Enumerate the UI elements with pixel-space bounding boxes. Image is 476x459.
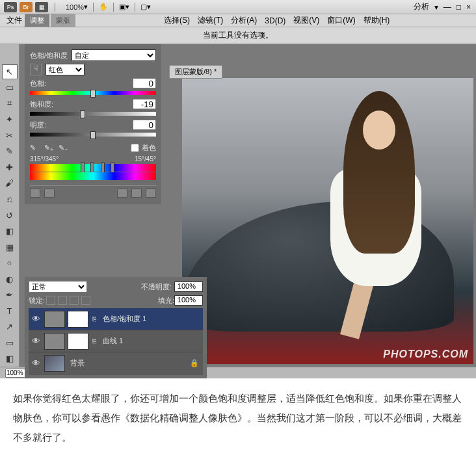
menu-file[interactable]: 文件 bbox=[7, 15, 22, 26]
lock-image-icon[interactable] bbox=[58, 296, 67, 305]
reset-icon[interactable] bbox=[131, 189, 142, 198]
layer-name[interactable]: 曲线 1 bbox=[103, 336, 123, 346]
screen-icon[interactable]: ▢▾ bbox=[140, 3, 151, 11]
adj-thumb[interactable] bbox=[44, 333, 65, 350]
workspace-analysis[interactable]: 分析 bbox=[414, 1, 429, 12]
lasso-tool[interactable]: ⌗ bbox=[2, 96, 18, 111]
trash-icon[interactable] bbox=[146, 189, 156, 198]
menubar: 文件 调整 蒙版 选择(S) 滤镜(T) 分析(A) 3D(D) 视图(V) 窗… bbox=[0, 14, 476, 27]
heal-tool[interactable]: ✚ bbox=[2, 160, 18, 175]
visibility-icon[interactable]: 👁 bbox=[29, 358, 43, 368]
maximize-icon[interactable]: □ bbox=[456, 3, 461, 12]
colorize-label: 着色 bbox=[142, 143, 156, 153]
layer-name[interactable]: 色相/饱和度 1 bbox=[103, 314, 146, 324]
mb-icon[interactable]: ▦ bbox=[35, 2, 48, 12]
eyedropper-plus-icon[interactable]: ✎₊ bbox=[44, 144, 53, 153]
gradient-tool[interactable]: ▦ bbox=[2, 240, 18, 255]
mask-thumb[interactable] bbox=[68, 333, 88, 350]
color-ramp-bottom bbox=[30, 172, 156, 180]
workspace-dropdown-icon[interactable]: ▾ bbox=[434, 3, 438, 12]
visibility-icon[interactable]: 👁 bbox=[29, 314, 43, 324]
clip-icon[interactable] bbox=[30, 189, 40, 198]
finger-icon[interactable]: ☟ bbox=[30, 64, 42, 75]
preset-select[interactable]: 自定 bbox=[72, 49, 156, 61]
menu-select[interactable]: 选择(S) bbox=[164, 15, 190, 26]
hand-icon[interactable]: ✋ bbox=[99, 3, 108, 11]
zoom-value[interactable]: 100% bbox=[66, 3, 84, 11]
stamp-tool[interactable]: ⎌ bbox=[2, 192, 18, 207]
hue-label: 色相: bbox=[30, 79, 72, 88]
layer-background[interactable]: 👁 背景 🔒 bbox=[29, 352, 203, 374]
layers-panel: 正常 不透明度: 100% 锁定: 填充: 100% 👁 ⎘ 色相/饱和度 1 bbox=[25, 277, 207, 378]
separator bbox=[93, 3, 94, 12]
eraser-tool[interactable]: ◧ bbox=[2, 224, 18, 239]
mask-thumb[interactable] bbox=[68, 311, 88, 328]
lock-all-icon[interactable] bbox=[81, 296, 90, 305]
separator bbox=[55, 3, 55, 12]
opacity-input[interactable]: 100% bbox=[174, 282, 203, 292]
crop-tool[interactable]: ✂ bbox=[2, 128, 18, 143]
link-icon[interactable]: ⎘ bbox=[90, 315, 99, 322]
wand-tool[interactable]: ✦ bbox=[2, 112, 18, 127]
pen-tool[interactable]: ✒ bbox=[2, 287, 18, 302]
eyedropper-tool[interactable]: ✎ bbox=[2, 144, 18, 159]
options-bar: 当前工具没有选项。 bbox=[0, 27, 476, 44]
tab-adjustments[interactable]: 调整 bbox=[25, 14, 49, 27]
layer-hue-sat[interactable]: 👁 ⎘ 色相/饱和度 1 bbox=[29, 308, 203, 330]
close-icon[interactable]: × bbox=[466, 3, 471, 12]
brush-tool[interactable]: 🖌 bbox=[2, 176, 18, 191]
lock-label: 锁定: bbox=[29, 296, 45, 306]
separator bbox=[113, 3, 114, 12]
options-text: 当前工具没有选项。 bbox=[203, 30, 273, 41]
ramp-right: 15°/45° bbox=[135, 155, 156, 163]
eyedropper-icon[interactable]: ✎ bbox=[30, 144, 39, 153]
history-brush-tool[interactable]: ↺ bbox=[2, 208, 18, 223]
sat-slider[interactable] bbox=[30, 112, 156, 116]
minimize-icon[interactable]: — bbox=[443, 3, 451, 12]
layer-curves[interactable]: 👁 ⎘ 曲线 1 bbox=[29, 330, 203, 352]
menu-window[interactable]: 窗口(W) bbox=[327, 15, 355, 26]
tab-masks[interactable]: 蒙版 bbox=[51, 14, 75, 27]
sat-input[interactable] bbox=[133, 99, 156, 109]
light-slider[interactable] bbox=[30, 133, 156, 137]
colorize-checkbox[interactable] bbox=[131, 144, 139, 152]
move-tool[interactable]: ↖ bbox=[2, 64, 18, 79]
dodge-tool[interactable]: ◐ bbox=[2, 272, 18, 287]
lock-transparent-icon[interactable] bbox=[46, 296, 55, 305]
blur-tool[interactable]: ○ bbox=[2, 256, 18, 270]
menu-view[interactable]: 视图(V) bbox=[293, 15, 319, 26]
layer-name[interactable]: 背景 bbox=[70, 358, 85, 368]
hue-slider[interactable] bbox=[30, 91, 156, 95]
prev-icon[interactable] bbox=[44, 189, 55, 198]
shape-tool[interactable]: ▭ bbox=[2, 335, 18, 350]
menu-3d[interactable]: 3D(D) bbox=[265, 16, 285, 25]
adj-thumb[interactable] bbox=[44, 311, 65, 328]
caption-text: 如果你觉得红色太耀眼了，你还可增加一个颜色饱和度调整层，适当降低红色饱和度。如果… bbox=[0, 378, 476, 458]
light-input[interactable] bbox=[133, 120, 156, 130]
menu-analysis[interactable]: 分析(A) bbox=[231, 15, 257, 26]
menu-filter[interactable]: 滤镜(T) bbox=[198, 15, 223, 26]
blend-mode-select[interactable]: 正常 bbox=[29, 281, 87, 293]
visibility-icon[interactable]: 👁 bbox=[29, 336, 43, 346]
light-label: 明度: bbox=[30, 120, 72, 130]
zoom-dropdown-icon[interactable]: ▾ bbox=[84, 3, 88, 11]
eye-icon[interactable] bbox=[117, 189, 127, 198]
hue-input[interactable] bbox=[133, 78, 156, 88]
type-tool[interactable]: T bbox=[2, 304, 18, 319]
br-icon[interactable]: Br bbox=[20, 2, 33, 12]
colors-tool[interactable]: ◧ bbox=[2, 352, 18, 367]
marquee-tool[interactable]: ▭ bbox=[2, 81, 18, 96]
channel-select[interactable]: 红色 bbox=[46, 64, 85, 75]
document-tab[interactable]: 图层蒙版/8) * bbox=[169, 65, 222, 79]
fill-input[interactable]: 100% bbox=[174, 295, 203, 306]
arrange-icon[interactable]: ▣▾ bbox=[119, 3, 129, 11]
link-icon[interactable]: ⎘ bbox=[90, 337, 99, 345]
photo[interactable]: PHOTOPS.COM bbox=[182, 78, 473, 364]
path-tool[interactable]: ↗ bbox=[2, 320, 18, 335]
menu-help[interactable]: 帮助(H) bbox=[364, 15, 390, 26]
color-ramp-top[interactable] bbox=[30, 164, 156, 172]
lock-position-icon[interactable] bbox=[70, 296, 79, 305]
bg-thumb[interactable] bbox=[44, 355, 65, 372]
eyedropper-minus-icon[interactable]: ✎₋ bbox=[59, 144, 68, 153]
ps-icon[interactable]: Ps bbox=[4, 2, 17, 12]
